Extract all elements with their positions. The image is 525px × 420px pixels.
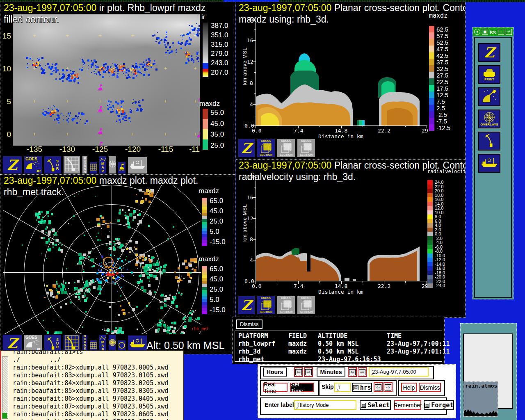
radar-echo-pixel (64, 291, 67, 294)
toolbar-button-web[interactable] (108, 155, 116, 174)
radar-echo-pixel (44, 297, 46, 298)
rain-atmos-window[interactable]: rain.atmos. (463, 381, 498, 417)
toolbar-button-zebra[interactable]: Z (2, 155, 23, 174)
terminal-window[interactable]: rain:beaufait:81>ls./ ../rain:beaufait:8… (0, 350, 184, 420)
time-dismiss-button[interactable]: Dismiss (419, 383, 441, 392)
toolbar-button-cross-section[interactable]: CROSSSECTION (276, 295, 296, 315)
minutes-back-button[interactable]: ⇦ (348, 367, 357, 377)
ir-echo-pixel (120, 107, 121, 108)
toolbar-button-buoy[interactable] (117, 161, 126, 174)
xs1-title-line2: maxdz using: rhb_3d. (239, 14, 329, 25)
toolbar-button-gridsm[interactable] (89, 161, 98, 174)
terminal-scrollbar[interactable] (2, 356, 8, 419)
radar-echo-pixel (121, 310, 123, 311)
ppi-display[interactable] (3, 185, 201, 334)
radar-echo-pixel (117, 242, 120, 244)
radar-echo-pixel (148, 267, 149, 268)
toolbar-button-cross-section[interactable]: CROSSSECTION (276, 138, 296, 158)
window-radar-ppi: 23-aug-1997,07:05:00 maxdz plot. maxdz p… (0, 174, 235, 354)
radar-echo-pixel (96, 278, 98, 280)
radar-echo-pixel (84, 264, 85, 265)
radar-echo-pixel (147, 214, 148, 215)
ir-echo-pixel (119, 70, 121, 71)
toolbar-button-bounds[interactable]: BOUNDS (82, 155, 88, 174)
toolbar-button-goes[interactable]: GOES.IR (23, 155, 43, 174)
dialog-dismiss-button[interactable]: Dismiss (236, 320, 262, 329)
window-close-icon[interactable]: ↵ (506, 29, 512, 35)
toolbar-button-cross-section[interactable]: CROSSSECTION (256, 295, 276, 315)
ir-echo-pixel (81, 114, 82, 115)
toolbar-button-gridant[interactable] (63, 155, 81, 174)
radar-echo-pixel (140, 280, 143, 283)
toolbar-button-cross-section[interactable]: CROSSSECTION (297, 295, 316, 315)
toolbar-button-zebra[interactable]: Z (237, 138, 256, 158)
radar-echo-pixel (68, 282, 70, 284)
radar-echo-pixel (119, 267, 121, 269)
ir-echo-pixel (107, 105, 108, 106)
toolbar-button-sur[interactable]: SUR (43, 155, 62, 174)
ir-echo-pixel (161, 39, 162, 41)
help-button[interactable]: Help (401, 383, 417, 392)
skip-back-button[interactable]: ⇦ (374, 382, 383, 392)
toolbar-button-ship[interactable] (127, 156, 148, 174)
xs1-xaxis-label: Distance in km (318, 133, 363, 139)
toolbar-button-map[interactable]: MAP (98, 155, 107, 174)
window-menu-icon[interactable]: ● (474, 29, 480, 35)
minutes-button[interactable]: Minutes (317, 368, 345, 377)
ir-echo-pixel (196, 53, 198, 55)
ir-echo-pixel (43, 109, 43, 110)
desktop: 23-aug-1997,07:05:00 ir plot. Rhb_lowprf… (0, 0, 525, 420)
real-time-button[interactable]: Real Time (263, 383, 288, 392)
skip-field[interactable]: 1^ (334, 383, 351, 392)
ir-echo-pixel (167, 50, 168, 51)
icon-button-zebra[interactable]: Z (478, 43, 500, 62)
minutes-forward-button[interactable]: ⇨ (358, 367, 367, 377)
colorbar-swatch (427, 279, 433, 284)
time-field[interactable]: 23-Aug-97,7:05:00^ (369, 367, 429, 377)
icon-button-overlays[interactable]: OVERLAYS (478, 110, 500, 128)
label-field[interactable]: History Mode^ (294, 400, 356, 410)
ir-echo-pixel (131, 110, 132, 111)
radar-echo-pixel (78, 194, 79, 194)
radar-echo-pixel (195, 310, 196, 311)
xs1-contour-plot[interactable] (256, 19, 427, 126)
table-cell: 23-Aug-97,6:16:53 (318, 356, 387, 363)
radar-echo-pixel (167, 297, 170, 300)
satellite-image[interactable]: ++++++++++++++++++++++++ (13, 14, 200, 146)
hours-button[interactable]: Hours (263, 368, 287, 377)
skip-forward-button[interactable]: ⇨ (383, 382, 393, 392)
icon-button-dish[interactable] (478, 87, 500, 106)
toolbar-button-cross-section[interactable]: CROSSSECTION (297, 138, 316, 158)
hours-forward-button[interactable]: ⇨ (304, 367, 313, 377)
colorbar-value: 25.0 (210, 217, 226, 226)
radar-echo-pixel (180, 294, 182, 296)
icon-button-shipbig[interactable] (478, 154, 500, 173)
icon-window-titlebar[interactable]: ● ▩ icon • ↵ (473, 27, 513, 36)
ir-echo-pixel (185, 62, 187, 64)
ir-echo-pixel (151, 61, 152, 62)
radar-echo-pixel (157, 260, 158, 262)
select-menu-button[interactable]: ▤Select (360, 400, 391, 410)
ir-echo-pixel (79, 69, 80, 70)
window-iconify-icon[interactable]: ▩ (482, 29, 488, 35)
forget-menu-button[interactable]: ▤Forget (424, 400, 454, 410)
xs2-contour-plot[interactable] (256, 176, 427, 281)
window-zoom-icon[interactable]: • (498, 29, 504, 35)
colorbar-value: -24.0 (435, 283, 445, 288)
set-time-button[interactable]: Set Time (290, 383, 314, 392)
icon-button-print[interactable]: PRINT (478, 65, 500, 84)
ir-echo-pixel (54, 106, 55, 107)
remember-button[interactable]: Remember (394, 400, 421, 410)
ir-echo-pixel (107, 108, 109, 110)
colorbar-swatch (429, 105, 434, 111)
ir-echo-pixel (189, 54, 190, 55)
hours-back-button[interactable]: ⇦ (294, 367, 303, 377)
hrs-menu-button[interactable]: ▤hrs (352, 383, 372, 392)
grid-cross-marker: + (131, 132, 135, 136)
ir-echo-pixel (52, 66, 53, 67)
radar-echo-pixel (139, 189, 142, 192)
icon-button-antenna[interactable] (478, 132, 500, 151)
ir-echo-pixel (74, 82, 75, 82)
toolbar-button-zebra[interactable]: Z (237, 295, 256, 315)
toolbar-button-cross-section[interactable]: CROSSSECTION (256, 138, 276, 158)
